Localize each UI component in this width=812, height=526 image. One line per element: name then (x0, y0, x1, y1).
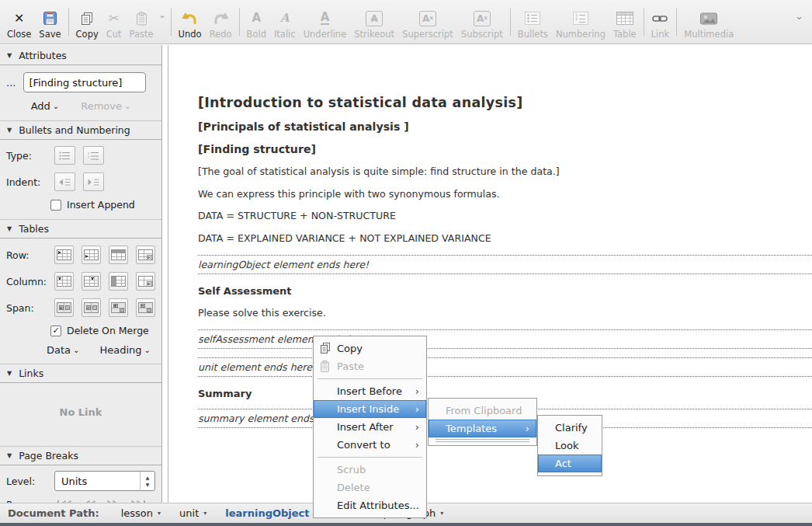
indent-icon-button[interactable] (83, 172, 104, 191)
insert-column-before-button[interactable] (54, 272, 74, 291)
redo-button[interactable]: Redo (206, 3, 236, 40)
numbering-button[interactable]: 12 Numbering (552, 3, 609, 40)
copy-icon (79, 8, 95, 29)
doc-paragraph[interactable]: DATA = STRUCTURE + NON-STRUCTURE (198, 210, 812, 222)
underline-icon: A (321, 12, 330, 25)
menu-item-paste[interactable]: Paste (314, 357, 426, 375)
level-select-value: Units (55, 472, 140, 490)
menu-item-act[interactable]: Act (538, 455, 602, 472)
attributes-section-header[interactable]: ▼ Attributes (0, 47, 161, 65)
attributes-add-button[interactable]: Add ⌄ (31, 100, 60, 112)
close-button[interactable]: ✕ Close (3, 3, 35, 40)
multimedia-button[interactable]: Multimedia (680, 3, 737, 40)
outdent-icon-button[interactable] (54, 172, 75, 191)
document-content: [Introduction to statistical data analys… (169, 45, 812, 428)
section-title: Page Breaks (19, 450, 78, 462)
chevron-down-icon: ⌄ (159, 10, 166, 20)
bullet-list-type-button[interactable] (54, 146, 75, 165)
subscript-icon: Ax (474, 11, 491, 26)
superscript-button[interactable]: Ax Superscript (398, 3, 457, 40)
doc-paragraph[interactable]: [The goal of statistical analysis is qui… (198, 165, 812, 178)
menu-item-edit-attributes[interactable]: Edit Attributes... (314, 496, 426, 514)
level-select[interactable]: Units ▲ ▼ (54, 471, 155, 491)
insert-row-before-button[interactable] (54, 246, 74, 264)
breadcrumb-lesson[interactable]: lesson ▾ (121, 507, 161, 519)
decrease-column-span-button[interactable] (82, 298, 101, 317)
menu-separator (318, 378, 422, 379)
strikeout-button[interactable]: A Strikeout (350, 3, 398, 40)
undo-button[interactable]: Undo (175, 3, 206, 40)
section-title: Tables (19, 223, 49, 235)
triangle-down-icon: ▾ (440, 510, 443, 517)
insert-append-checkbox[interactable] (50, 200, 61, 211)
menu-item-templates[interactable]: Templates › (429, 420, 536, 437)
menu-item-insert-inside[interactable]: Insert Inside › (314, 400, 426, 418)
toolbar-overflow-button[interactable]: ⌄ (788, 10, 810, 22)
attributes-remove-button[interactable]: Remove ⌄ (81, 100, 130, 112)
attributes-more-button[interactable]: ... (6, 77, 16, 89)
increase-row-span-button[interactable] (109, 298, 128, 317)
doc-paragraph[interactable]: DATA = EXPLAINED VARIANCE + NOT EXPLAINE… (198, 232, 812, 245)
section-title: Attributes (19, 50, 67, 61)
cut-button[interactable]: ✂ Cut (102, 3, 126, 40)
bold-button[interactable]: A Bold (243, 3, 270, 40)
doc-title[interactable]: [Introduction to statistical data analys… (198, 95, 812, 110)
doc-subtitle[interactable]: [Principals of statistical analysis ] (198, 120, 812, 133)
delete-column-button[interactable] (136, 272, 155, 291)
doc-heading-self-assessment[interactable]: Self Assessment (198, 285, 812, 297)
bullets-button[interactable]: Bullets (514, 3, 552, 40)
decrease-row-span-button[interactable] (136, 298, 155, 317)
menu-item-delete[interactable]: Delete (314, 479, 426, 496)
tables-section-header[interactable]: ▼ Tables (0, 219, 161, 239)
delete-row-button[interactable] (136, 246, 155, 264)
attribute-value-input[interactable] (23, 72, 146, 92)
menu-item-look[interactable]: Look (538, 437, 602, 455)
italic-button[interactable]: A Italic (270, 3, 300, 40)
table-button[interactable]: Table (609, 3, 640, 40)
menu-item-copy[interactable]: Copy (314, 340, 426, 357)
doc-paragraph[interactable]: We can express this principle with two s… (198, 188, 812, 200)
menu-separator (318, 457, 422, 458)
close-icon: ✕ (14, 12, 24, 25)
paste-button[interactable]: Paste (126, 3, 158, 40)
submenu-arrow-icon: › (516, 423, 529, 434)
copy-button[interactable]: Copy (72, 3, 102, 40)
menu-item-insert-after[interactable]: Insert After › (314, 418, 426, 436)
doc-section-heading[interactable]: [Finding structure] (198, 143, 812, 155)
insert-column-after-button[interactable] (82, 272, 101, 291)
numbered-list-type-button[interactable]: 12 (83, 146, 104, 165)
collapse-triangle-icon: ▼ (7, 127, 12, 134)
table-heading-button[interactable]: Heading ⌄ (99, 344, 151, 356)
breadcrumb-unit[interactable]: unit ▾ (179, 507, 206, 519)
menu-item-insert-before[interactable]: Insert Before › (314, 382, 426, 400)
subscript-button[interactable]: Ax Subscript (457, 3, 507, 40)
breadcrumb-learningobject[interactable]: learningObject ▾ (225, 507, 317, 519)
column-label: Column: (6, 276, 47, 287)
increase-column-span-button[interactable] (54, 298, 74, 317)
bullet-list-icon (525, 8, 540, 29)
insert-row-after-button[interactable] (82, 246, 101, 264)
span-label: Span: (6, 302, 47, 314)
page-breaks-section-header[interactable]: ▼ Page Breaks (0, 446, 161, 465)
underline-button[interactable]: A Underline (300, 3, 351, 40)
link-button[interactable]: Link (647, 3, 674, 40)
sidebar-splitter[interactable] (163, 45, 168, 503)
element-end-marker: selfAssessment element ends here! (198, 329, 812, 349)
bullets-numbering-section-header[interactable]: ▼ Bullets and Numbering (0, 120, 161, 140)
spinner-arrows-icon[interactable]: ▲ ▼ (140, 472, 154, 490)
select-column-button[interactable] (109, 272, 128, 291)
doc-paragraph[interactable]: Please solve this exercise. (198, 307, 812, 319)
save-button[interactable]: Save (35, 3, 64, 40)
chevron-down-icon: ⌄ (124, 103, 130, 110)
table-data-button[interactable]: Data ⌄ (47, 344, 79, 356)
toolbar-separator (239, 8, 240, 36)
menu-item-scrub[interactable]: Scrub (314, 461, 426, 479)
links-section-header[interactable]: ▼ Links (0, 364, 161, 383)
menu-item-from-clipboard[interactable]: From Clipboard (429, 402, 536, 420)
paste-dropdown-button[interactable]: ⌄ (158, 3, 168, 40)
menu-item-convert-to[interactable]: Convert to › (314, 436, 426, 454)
delete-on-merge-checkbox[interactable]: ✓ (50, 326, 61, 336)
menu-item-clarify[interactable]: Clarify (538, 419, 602, 437)
select-row-button[interactable] (109, 246, 128, 264)
svg-text:2: 2 (575, 16, 578, 21)
